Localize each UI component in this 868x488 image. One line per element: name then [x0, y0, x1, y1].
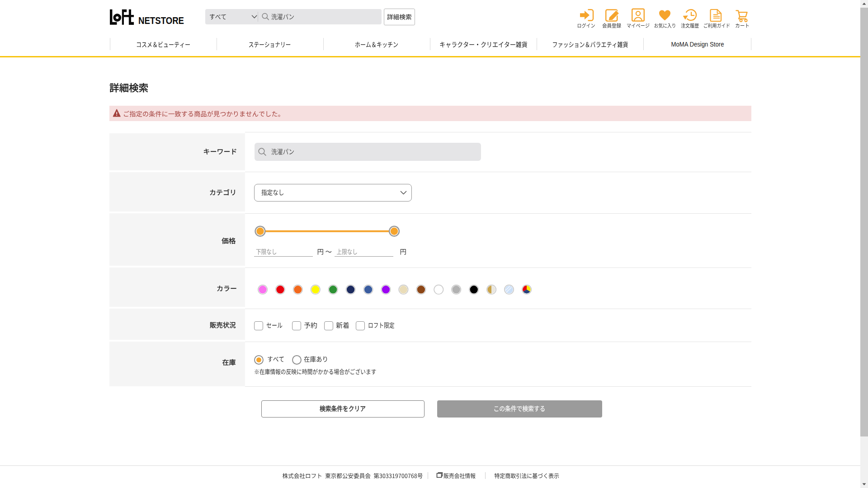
svg-text:NETSTORE: NETSTORE	[138, 15, 184, 26]
svg-text:MoMA Design Store: MoMA Design Store	[671, 40, 724, 48]
